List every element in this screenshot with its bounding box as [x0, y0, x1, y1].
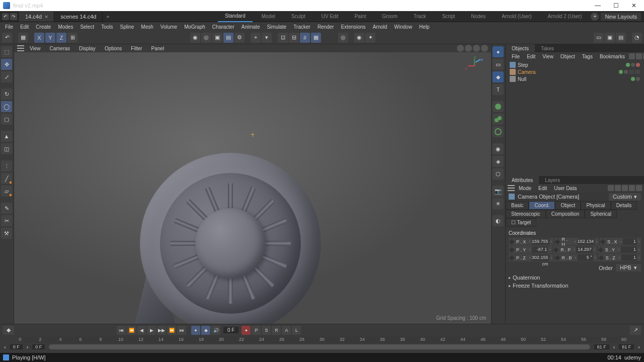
render-pv-button[interactable]: ▣ [212, 33, 222, 43]
coord-pz[interactable]: P . Z‹302.155 cm› [509, 254, 553, 261]
freeze-transform-section[interactable]: ▸Freeze Transformation [509, 282, 641, 290]
add-tab-button[interactable]: + [103, 14, 113, 20]
attr-menu-mode[interactable]: Mode [516, 186, 534, 191]
object-row-null[interactable]: Null [508, 75, 642, 82]
menu-tools[interactable]: Tools [98, 24, 116, 30]
vp-camera-icon[interactable] [465, 45, 472, 52]
misc-tool[interactable]: ⚒ [1, 228, 12, 239]
undo-history-icon[interactable]: ↶ [2, 13, 9, 20]
attr-tab-physical[interactable]: Physical [581, 201, 610, 210]
vp-move-icon[interactable] [473, 45, 480, 52]
vp-menu-display[interactable]: Display [75, 46, 99, 51]
grid-button[interactable]: ▦ [311, 33, 321, 43]
tag-button[interactable]: ◈ [493, 156, 504, 167]
attr-menu-userdata[interactable]: User Data [551, 186, 580, 191]
obj-filter-icon[interactable] [636, 53, 642, 59]
coord-px[interactable]: P . X‹159.755 cm› [509, 238, 553, 245]
goto-end-button[interactable]: ⏭ [177, 326, 186, 335]
vp-maximize-icon[interactable] [481, 45, 488, 52]
pla-key-button[interactable]: L [292, 326, 301, 335]
attr-tab-spherical[interactable]: Spherical [585, 210, 617, 218]
vp-menu-cameras[interactable]: Cameras [46, 46, 74, 51]
view-settings-button[interactable]: ◉ [354, 33, 364, 43]
scale-tool[interactable]: ⤢ [1, 71, 12, 82]
primitive-sphere-button[interactable]: ● [493, 46, 504, 57]
layout-tab-nodes[interactable]: Nodes [464, 11, 493, 22]
new-layouts-button[interactable]: New Layouts [601, 13, 641, 21]
timeline-scrollbar[interactable] [49, 344, 590, 349]
snap-settings-button[interactable]: ▾ [262, 33, 272, 43]
file-tab-inactive[interactable]: scenes 14.c4d [54, 12, 103, 22]
attr-menu-edit[interactable]: Edit [535, 186, 550, 191]
menu-spline[interactable]: Spline [117, 24, 137, 30]
attr-lock-icon[interactable] [622, 185, 628, 191]
view-options-button[interactable]: ✦ [365, 33, 375, 43]
brush-tool[interactable]: ✎ [1, 203, 12, 214]
layout-tab-arnold2[interactable]: Arnold 2 (User) [541, 11, 589, 22]
record-button[interactable]: ● [242, 326, 251, 335]
axis-x-button[interactable]: X [34, 33, 44, 43]
attr-new-icon[interactable] [629, 185, 635, 191]
goto-start-button[interactable]: ⏮ [117, 326, 126, 335]
snap-button[interactable]: ⌖ [251, 33, 261, 43]
layers-tab[interactable]: Layers [539, 176, 566, 184]
live-selection-tool[interactable]: ⬚ [1, 46, 12, 57]
quaternion-section[interactable]: ▸Quaternion [509, 274, 641, 282]
render-region-button[interactable]: ◎ [201, 33, 211, 43]
obj-menu-tags[interactable]: Tags [579, 54, 596, 59]
effector-button[interactable] [493, 126, 504, 137]
obj-menu-bookmarks[interactable]: Bookmarks [597, 54, 628, 59]
preview-end-field[interactable]: 61 F [594, 344, 609, 349]
attr-menu-icon[interactable] [508, 185, 515, 191]
workplane-button[interactable]: ⊡ [278, 33, 288, 43]
object-row-step[interactable]: Step [508, 61, 642, 68]
render-queue-button[interactable]: ⚙ [234, 33, 245, 43]
attr-tab-basic[interactable]: Basic [506, 201, 529, 210]
attr-tab-details[interactable]: Details [611, 201, 637, 210]
render-to-pv-button[interactable]: ▣ [605, 33, 615, 43]
obj-search-icon[interactable] [629, 53, 635, 59]
scale-key-button[interactable]: S [262, 326, 271, 335]
attr-tab-stereo[interactable]: Stereoscopic [506, 210, 546, 218]
quantize-button[interactable]: # [300, 33, 310, 43]
workplane-lock-button[interactable]: ⊟ [289, 33, 299, 43]
vp-menu-filter[interactable]: Filter [127, 46, 145, 51]
takes-tab[interactable]: Takes [535, 44, 560, 52]
record-keyframe-button[interactable]: ● [191, 326, 200, 335]
object-row-camera[interactable]: Camera [508, 68, 642, 75]
render-settings-button[interactable]: ▤ [223, 33, 233, 43]
goto-next-key-button[interactable]: ⏩ [167, 326, 176, 335]
pos-key-button[interactable]: P [252, 326, 261, 335]
goto-prev-key-button[interactable]: ⏪ [127, 326, 136, 335]
light-button[interactable]: ☀ [493, 198, 504, 209]
objects-tab[interactable]: Objects [506, 44, 535, 52]
close-tab-icon[interactable]: × [45, 14, 48, 20]
obj-menu-object[interactable]: Object [557, 54, 578, 59]
timeline-expand-button[interactable]: ↗ [630, 326, 641, 335]
axis-y-button[interactable]: Y [45, 33, 55, 43]
menu-animate[interactable]: Animate [238, 24, 263, 30]
attr-back-icon[interactable] [608, 185, 614, 191]
keyframe-selection-button[interactable]: 🔊 [211, 326, 220, 335]
timeline-ruler[interactable]: 0246810121416182022242628303234363840424… [20, 336, 624, 343]
scene-button[interactable]: ⬡ [493, 168, 504, 179]
menu-help[interactable]: Help [416, 24, 433, 30]
menu-extensions[interactable]: Extensions [338, 24, 369, 30]
menu-create[interactable]: Create [33, 24, 54, 30]
menu-tracker[interactable]: Tracker [290, 24, 313, 30]
axis-z-button[interactable]: Z [56, 33, 66, 43]
object-tree[interactable]: Step Camera Null [506, 60, 644, 176]
menu-select[interactable]: Select [77, 24, 97, 30]
attr-up-icon[interactable] [615, 185, 621, 191]
vp-menu-options[interactable]: Options [101, 46, 125, 51]
coord-sy[interactable]: S . Y‹1› [598, 246, 641, 253]
timeline-collapse-button[interactable]: ◆ [3, 326, 14, 335]
menu-edit[interactable]: Edit [17, 24, 32, 30]
obj-menu-file[interactable]: File [509, 54, 523, 59]
order-select[interactable]: HPB▾ [616, 264, 641, 272]
coord-system-button[interactable]: ⊞ [67, 33, 77, 43]
menu-volume[interactable]: Volume [157, 24, 180, 30]
attr-layout-icon[interactable] [636, 185, 642, 191]
vp-menu-panel[interactable]: Panel [148, 46, 168, 51]
layout-tab-paint[interactable]: Paint [348, 11, 373, 22]
